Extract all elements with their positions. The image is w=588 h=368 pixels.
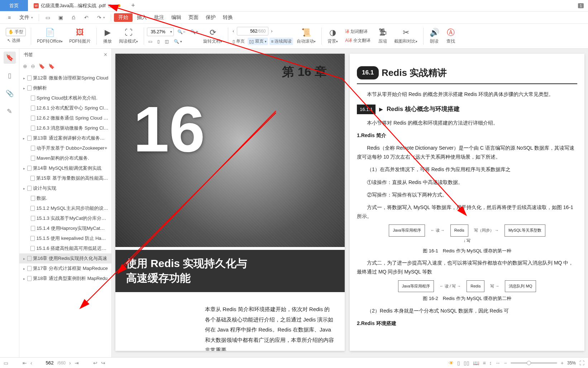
- first-page-icon[interactable]: ⇤: [23, 360, 27, 366]
- select-tool[interactable]: ↖选择: [6, 37, 26, 44]
- fit-actual[interactable]: ◫: [163, 38, 170, 45]
- tab-home[interactable]: 首页: [0, 0, 28, 11]
- remove-bookmark-icon[interactable]: ⊖: [31, 63, 35, 69]
- bookmark-item[interactable]: ▸第17章 分布式计算框架 MapReduce: [19, 263, 111, 273]
- pdf-to-image[interactable]: 🖼 PDF转图片: [66, 26, 94, 46]
- fit-h-icon[interactable]: ↔: [496, 360, 501, 366]
- fit-v-icon[interactable]: ↕: [489, 360, 492, 366]
- bookmark-tool-icon[interactable]: 🔖: [39, 63, 45, 69]
- zoom-slider[interactable]: [511, 362, 557, 364]
- bookmark-item[interactable]: ▸第13章 通过案例讲解分布式服务框架: [19, 133, 111, 143]
- tab-add[interactable]: +: [126, 0, 140, 11]
- tab-modified-indicator[interactable]: [118, 4, 120, 7]
- bookmark-item[interactable]: 15.1.3 实战基于MyCat的分库分表与: [19, 213, 111, 223]
- caret-icon[interactable]: ▸: [22, 267, 26, 271]
- attachment-rail-icon[interactable]: 📎: [4, 87, 16, 100]
- zoom-tool[interactable]: 🔍▾: [172, 38, 183, 45]
- bookmark-item[interactable]: 数据.: [19, 193, 111, 203]
- menu-insert[interactable]: 插入: [134, 13, 150, 22]
- view-double[interactable]: ▯▯双页▾: [248, 38, 268, 45]
- view-double-icon[interactable]: ▯▯: [464, 360, 469, 366]
- print-icon-btn[interactable]: ⎙: [68, 13, 79, 22]
- zoom-field[interactable]: [147, 29, 169, 34]
- slider-thumb[interactable]: [527, 361, 531, 365]
- zoom-in-btm[interactable]: +: [561, 360, 564, 366]
- caret-icon[interactable]: ▸: [22, 86, 26, 90]
- next-page[interactable]: ›: [270, 28, 274, 34]
- read-mode-btn[interactable]: ⛶ 阅读模式▾: [116, 26, 141, 46]
- back-nav-icon[interactable]: ↩: [93, 360, 97, 366]
- document-viewer[interactable]: 16 第 16 章 使用 Redis 实现持久化与 高速缓存功能 本章从 Red…: [112, 49, 588, 357]
- bookmark-item[interactable]: ▸第18章 通过典型案例剖析 MapRedu: [19, 273, 111, 284]
- bookmark-item[interactable]: ▸第12章 微服务治理框架Spring Cloud: [19, 73, 111, 83]
- bookmark-rail-icon[interactable]: 🔖: [4, 52, 16, 64]
- caret-icon[interactable]: ▸: [22, 76, 26, 80]
- signature-rail-icon[interactable]: ✎: [4, 105, 16, 117]
- last-page-icon[interactable]: ⇥: [75, 360, 79, 366]
- bookmark-item[interactable]: Maven架构的分布式服务.: [19, 153, 111, 163]
- background-btn[interactable]: ◑ 背景▾: [325, 26, 341, 46]
- compress-btn[interactable]: 🗜 压缩: [375, 26, 391, 46]
- view-single[interactable]: ▯单页: [231, 38, 246, 45]
- bookmark-item[interactable]: Spring Cloud技术栈补充介绍.: [19, 93, 111, 103]
- menu-protect[interactable]: 保护: [203, 13, 219, 22]
- thumbnail-rail-icon[interactable]: ▯: [4, 69, 16, 82]
- zoom-input[interactable]: ▾: [147, 28, 174, 36]
- fullscreen-icon[interactable]: ⛶: [579, 360, 584, 366]
- zoom-out-btm[interactable]: −: [504, 360, 507, 366]
- zoom-in[interactable]: 🔍+: [189, 29, 200, 35]
- panel-toggle-icon[interactable]: ▭: [4, 360, 8, 366]
- fit-page[interactable]: ▭: [147, 38, 154, 45]
- read-aloud-btn[interactable]: 🔊 朗读: [426, 26, 442, 46]
- eye-icon[interactable]: 👁: [449, 360, 454, 366]
- page-input-bottom[interactable]: [36, 360, 54, 365]
- chevron-down-icon[interactable]: ▾: [169, 30, 173, 34]
- bookmark-item[interactable]: ▸第14章 MySQL性能调优案例实战: [19, 163, 111, 173]
- menu-file[interactable]: 文件▾: [16, 13, 36, 22]
- menu-start[interactable]: 开始: [114, 13, 133, 22]
- caret-icon[interactable]: ▸: [22, 166, 26, 170]
- view-book-icon[interactable]: 📖: [473, 360, 479, 366]
- bookmark-item[interactable]: 15.1.5 使用 keepalived 防止 Haproxy: [19, 233, 111, 243]
- caret-icon[interactable]: ▸: [22, 257, 26, 261]
- bookmark-item[interactable]: 12.6.1 分布式配置中心 Spring Cloud: [19, 103, 111, 113]
- full-translate[interactable]: A译全文翻译: [344, 37, 372, 44]
- add-bookmark-icon[interactable]: ⊕: [23, 63, 27, 69]
- caret-icon[interactable]: ▸: [22, 187, 26, 190]
- caret-icon[interactable]: ▸: [22, 136, 26, 140]
- forward-nav-icon[interactable]: ↪: [101, 360, 105, 366]
- play-btn[interactable]: ▶ 播放: [100, 26, 115, 46]
- pdf-to-office[interactable]: 📄 PDF转Office▾: [34, 26, 66, 46]
- fit-width[interactable]: ▯: [156, 38, 161, 45]
- view-cont-icon[interactable]: ≡: [483, 360, 486, 366]
- caret-icon[interactable]: ▸: [22, 277, 26, 281]
- bookmark-item[interactable]: 15.1.2 MySQL主从同步功能的设计与: [19, 203, 111, 213]
- menu-annotate[interactable]: 批注: [151, 13, 167, 22]
- autoscroll-btn[interactable]: 📜 自动滚动▾: [294, 26, 319, 46]
- bookmark-item[interactable]: ▸第16章 使用Redis实现持久化与高速: [19, 253, 111, 263]
- next-page-icon[interactable]: ›: [69, 360, 71, 366]
- menu-page[interactable]: 页面: [186, 13, 201, 22]
- bookmark-item[interactable]: 12.6.3 消息驱动微服务 Spring Cloud: [19, 123, 111, 133]
- bookmark-item[interactable]: 12.6.2 微服务通信 Spring Cloud Bus: [19, 113, 111, 123]
- rotate-btn[interactable]: ⟳ 旋转文档▾: [200, 26, 225, 46]
- prev-page-icon[interactable]: ‹: [30, 360, 32, 366]
- bookmark-item[interactable]: 15.1.4 使用Haproxy实现MyCat的高: [19, 223, 111, 233]
- prev-page[interactable]: ‹: [231, 28, 235, 34]
- word-translate[interactable]: 译划词翻译: [344, 28, 372, 35]
- menu-hamburger[interactable]: ≡: [4, 13, 15, 22]
- find-btn[interactable]: Ⓐ 查找: [443, 26, 459, 46]
- hand-tool[interactable]: ✋手型: [6, 28, 26, 36]
- save-icon-btn[interactable]: ▣: [55, 13, 66, 22]
- zoom-out[interactable]: 🔍−: [176, 29, 187, 35]
- undo-btn[interactable]: ↶: [81, 13, 92, 22]
- bookmark-item[interactable]: 15.1.6 搭建高性能高可用低延迟的My: [19, 243, 111, 253]
- page-input[interactable]: [239, 29, 257, 34]
- menu-edit[interactable]: 编辑: [168, 13, 184, 22]
- bookmark-item[interactable]: 动手开发基于 Dubbo+Zookeeper+: [19, 143, 111, 153]
- open-icon-btn[interactable]: ▭: [42, 13, 53, 22]
- bookmark-item[interactable]: ▸设计与实现: [19, 183, 111, 193]
- screenshot-btn[interactable]: ✂ 截图和对比▾: [391, 26, 420, 46]
- view-continuous[interactable]: ≡连续阅读: [269, 38, 293, 45]
- view-single-icon[interactable]: ▯: [457, 360, 460, 366]
